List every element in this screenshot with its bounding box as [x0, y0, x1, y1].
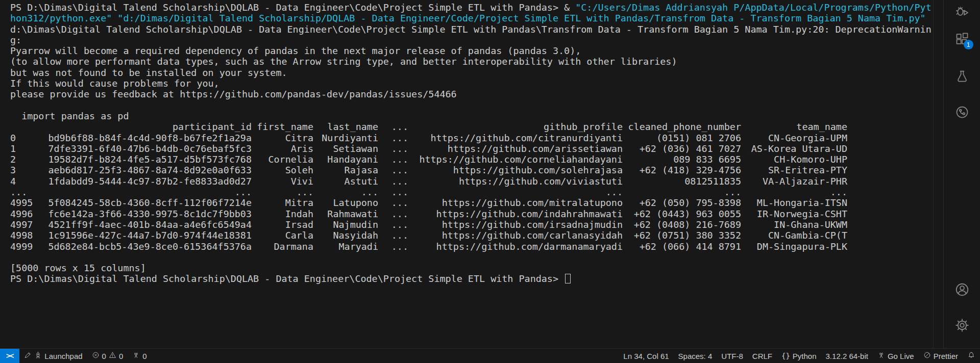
line-col-indicator[interactable]: Ln 34, Col 61: [619, 349, 673, 363]
table-cell: https://github.com/carlanasyidah: [408, 230, 623, 241]
table-cell: 5d682e84-bcb5-43e9-8ce0-615364f5376a: [41, 241, 252, 252]
panel-divider: [933, 0, 934, 348]
table-row: 17dfe3391-6f40-47b6-b4db-0c76ebaf5fc3Ari…: [10, 143, 932, 154]
table-cell: ...: [378, 165, 408, 175]
table-cell: Maryadi: [313, 241, 378, 252]
table-cell: https://github.com/viviastuti: [408, 176, 623, 187]
table-cell: 4996: [10, 209, 41, 219]
table-cell: SR-Eritrea-PTY: [741, 165, 847, 175]
table-cell: Irsad: [252, 219, 313, 230]
table-cell: VA-Aljazair-PHR: [741, 176, 847, 187]
error-icon: [92, 351, 100, 360]
pen-icon: [24, 351, 32, 360]
table-cell: ...: [741, 187, 847, 197]
interpreter-indicator[interactable]: 3.12.2 64-bit: [821, 349, 873, 363]
table-cell: ...: [378, 197, 408, 208]
table-cell: AS-Korea Utara-UD: [741, 143, 847, 154]
table-cell: Rahmawati: [313, 209, 378, 219]
prettier-button[interactable]: Prettier: [919, 349, 963, 363]
table-cell: Citra: [252, 133, 313, 143]
language-indicator[interactable]: {} Python: [777, 349, 821, 363]
table-cell: IR-Norwegia-CSHT: [741, 209, 847, 219]
table-row: 3aeb6d817-25f3-4867-8a74-8d92e0a0f633Sol…: [10, 165, 932, 175]
table-cell: +62 (050) 795-8398: [623, 197, 741, 208]
table-cell: ...: [10, 187, 41, 197]
table-cell: 19582d7f-b824-4fe5-a517-d5bf573fc768: [41, 154, 252, 165]
account-icon[interactable]: [953, 281, 971, 298]
table-cell: https://github.com/irsadnajmudin: [408, 219, 623, 230]
table-cell: team_name: [741, 121, 847, 132]
table-cell: cleaned_phone_number: [623, 121, 741, 132]
slash-circle-icon: [923, 351, 931, 360]
rocket-icon: [34, 351, 42, 360]
table-cell: https://github.com/arissetiawan: [408, 143, 623, 154]
table-cell: 4521ff9f-4aec-401b-84aa-a4e6fc6549a4: [41, 219, 252, 230]
terminal-line: PS D:\Dimas\Digital Talend Scholarship\D…: [10, 2, 932, 13]
table-cell: 4995: [10, 197, 41, 208]
terminal[interactable]: PS D:\Dimas\Digital Talend Scholarship\D…: [10, 2, 932, 284]
status-bar: >< Launchpad 0 0 0: [0, 348, 980, 363]
table-cell: first_name: [252, 121, 313, 132]
table-cell: Nurdiyanti: [313, 133, 378, 143]
ports-button[interactable]: 0: [128, 349, 151, 363]
eol-indicator[interactable]: CRLF: [748, 349, 777, 363]
table-cell: Rajasa: [313, 165, 378, 175]
table-cell: +62 (0751) 380 3352: [623, 230, 741, 241]
table-cell: DM-Singapura-PLK: [741, 241, 847, 252]
terminal-line: please provide us feedback at https://gi…: [10, 89, 932, 99]
error-count: 0: [102, 352, 106, 360]
table-cell: Darmana: [252, 241, 313, 252]
table-cell: https://github.com/citranurdiyanti: [408, 133, 623, 143]
table-cell: last_name: [313, 121, 378, 132]
table-cell: aeb6d817-25f3-4867-8a74-8d92e0a0f633: [41, 165, 252, 175]
go-live-button[interactable]: Go Live: [873, 349, 919, 363]
launchpad-button[interactable]: Launchpad: [19, 349, 87, 363]
terminal-line: [10, 252, 932, 263]
table-row: 219582d7f-b824-4fe5-a517-d5bf573fc768Cor…: [10, 154, 932, 165]
radio-tower-icon: [132, 351, 140, 360]
table-cell: Nasyidah: [313, 230, 378, 241]
table-cell: ...: [313, 187, 378, 197]
terminal-output: PS D:\Dimas\Digital Talend Scholarship\D…: [10, 2, 932, 284]
table-cell: ...: [252, 187, 313, 197]
branch-graph-icon[interactable]: [953, 103, 971, 121]
table-cell: https://github.com/mitralatupono: [408, 197, 623, 208]
table-cell: 0812511835: [623, 176, 741, 187]
terminal-line: Pyarrow will become a required dependenc…: [10, 45, 932, 56]
table-cell: ...: [378, 230, 408, 241]
table-cell: ...: [408, 187, 623, 197]
table-cell: 1c91596e-427c-44a7-b7d0-974f44e18381: [41, 230, 252, 241]
table-cell: ...: [378, 121, 408, 132]
table-cell: ...: [378, 176, 408, 187]
notifications-bell[interactable]: [963, 349, 980, 363]
indent-indicator[interactable]: Spaces: 4: [674, 349, 717, 363]
table-row: ........................: [10, 187, 932, 197]
extensions-icon[interactable]: 1: [953, 31, 971, 48]
table-cell: ...: [41, 187, 252, 197]
terminal-line: (to allow more performant data types, su…: [10, 56, 932, 67]
table-row: 49974521ff9f-4aec-401b-84aa-a4e6fc6549a4…: [10, 219, 932, 230]
terminal-line: [10, 100, 932, 111]
testing-beaker-icon[interactable]: [953, 68, 971, 85]
table-row: 49995d682e84-bcb5-43e9-8ce0-615364f5376a…: [10, 241, 932, 252]
table-cell: https://github.com/corneliahandayani: [408, 154, 623, 165]
table-cell: https://github.com/indahrahmawati: [408, 209, 623, 219]
table-cell: 1fdabdd9-5444-4c97-87b2-fe8833ad0d27: [41, 176, 252, 187]
encoding-indicator[interactable]: UTF-8: [717, 349, 748, 363]
run-and-debug-icon[interactable]: [953, 2, 971, 19]
settings-gear-icon[interactable]: [953, 317, 971, 334]
table-cell: Mitra: [252, 197, 313, 208]
table-cell: ...: [378, 143, 408, 154]
remote-icon: ><: [6, 352, 13, 360]
table-cell: Vivi: [252, 176, 313, 187]
terminal-prompt: PS D:\Dimas\Digital Talend Scholarship\D…: [10, 273, 564, 284]
remote-indicator[interactable]: ><: [0, 349, 19, 363]
table-cell: Handayani: [313, 154, 378, 165]
terminal-line: [5000 rows x 15 columns]: [10, 263, 932, 273]
table-cell: 2: [10, 154, 41, 165]
table-cell: +62 (066) 414 8791: [623, 241, 741, 252]
table-cell: IN-Ghana-UKWM: [741, 219, 847, 230]
terminal-line: g:: [10, 35, 932, 45]
problems-button[interactable]: 0 0: [87, 349, 128, 363]
table-cell: https://github.com/darmanamaryadi: [408, 241, 623, 252]
